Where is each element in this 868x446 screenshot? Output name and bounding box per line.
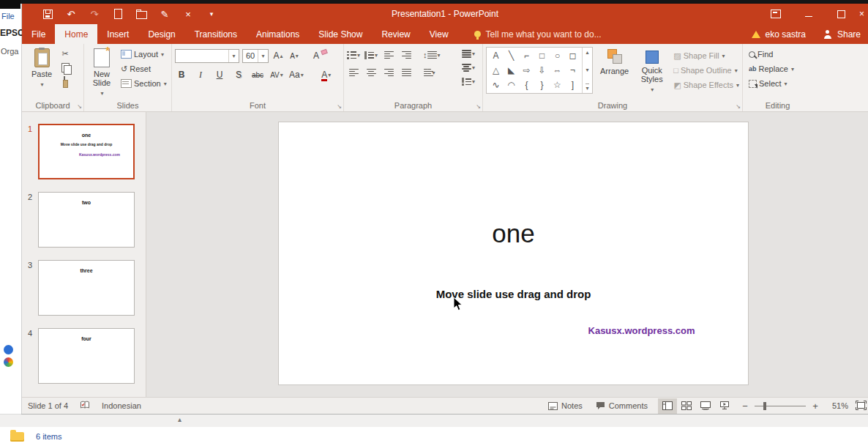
- notes-button[interactable]: Notes: [545, 398, 585, 415]
- align-right-button[interactable]: [382, 66, 395, 80]
- character-spacing-button[interactable]: AV▾: [270, 68, 283, 82]
- line-spacing-button[interactable]: ↕▾: [423, 48, 441, 62]
- numbering-button[interactable]: ▾: [364, 48, 378, 62]
- shape-right-triangle-icon[interactable]: ◣: [508, 65, 515, 75]
- slide-3-thumbnail[interactable]: three: [38, 260, 135, 316]
- zoom-out-button[interactable]: −: [741, 401, 749, 412]
- clipboard-dialog-launcher-icon[interactable]: ↘: [77, 104, 82, 110]
- font-name-combobox[interactable]: ▾: [175, 49, 239, 63]
- shape-rectangle-icon[interactable]: □: [539, 51, 545, 61]
- shape-rounded-rectangle-icon[interactable]: ◻: [569, 51, 577, 61]
- slide-show-button[interactable]: [715, 398, 734, 414]
- ribbon-display-options-button[interactable]: [759, 4, 792, 24]
- bullets-button[interactable]: ▾: [347, 48, 360, 62]
- zoom-in-button[interactable]: +: [812, 401, 819, 412]
- decrease-font-size-button[interactable]: A▾: [288, 49, 301, 63]
- layout-button[interactable]: Layout ▾: [121, 47, 167, 62]
- tab-insert[interactable]: Insert: [97, 24, 138, 44]
- clear-formatting-button[interactable]: A: [310, 49, 323, 63]
- scrollbar-up-icon[interactable]: ▴: [178, 415, 182, 423]
- slide-4-thumbnail[interactable]: four: [38, 328, 135, 384]
- tab-file[interactable]: File: [22, 24, 55, 44]
- shape-right-brace-icon[interactable]: }: [540, 80, 543, 90]
- draw-button[interactable]: ✎: [158, 7, 171, 21]
- minimize-button[interactable]: [792, 4, 825, 24]
- maximize-button[interactable]: [825, 4, 858, 24]
- font-size-dropdown-icon[interactable]: ▾: [258, 50, 268, 62]
- select-button[interactable]: Select ▾: [749, 76, 809, 91]
- bold-button[interactable]: B: [175, 68, 188, 82]
- tab-home[interactable]: Home: [55, 24, 97, 44]
- tab-design[interactable]: Design: [138, 24, 184, 44]
- font-dialog-launcher-icon[interactable]: ↘: [337, 104, 342, 110]
- font-name-dropdown-icon[interactable]: ▾: [228, 50, 239, 62]
- comments-button[interactable]: Comments: [593, 398, 651, 415]
- zoom-percentage[interactable]: 51%: [826, 401, 848, 410]
- drawing-dialog-launcher-icon[interactable]: ↘: [736, 104, 741, 110]
- paragraph-dialog-launcher-icon[interactable]: ↘: [476, 104, 481, 110]
- underline-button[interactable]: U: [213, 68, 226, 82]
- align-left-button[interactable]: [347, 66, 360, 80]
- justify-button[interactable]: [400, 66, 413, 80]
- shapes-gallery-scrollbar[interactable]: ▴ ▾ ▾: [582, 48, 592, 93]
- replace-button[interactable]: ab Replace ▾: [749, 62, 809, 76]
- align-center-button[interactable]: [364, 66, 378, 80]
- increase-indent-button[interactable]: [400, 48, 413, 62]
- account-name[interactable]: eko sastra: [766, 29, 806, 40]
- shape-effects-button[interactable]: ◩ Shape Effects ▾: [673, 78, 739, 92]
- save-button[interactable]: [41, 7, 54, 21]
- background-blue-app-icon[interactable]: [4, 345, 13, 354]
- shape-text-box-icon[interactable]: A: [493, 51, 498, 61]
- shape-triangle-icon[interactable]: △: [493, 65, 499, 75]
- tab-review[interactable]: Review: [372, 24, 419, 44]
- shape-scribble-icon[interactable]: ∿: [492, 80, 499, 90]
- slide-1-thumbnail[interactable]: one Move slide use drag and drop Kasusx.…: [38, 124, 135, 179]
- warning-icon[interactable]: [752, 31, 760, 38]
- undo-button[interactable]: ↶: [64, 7, 78, 21]
- new-slide-dropdown-icon[interactable]: ▾: [100, 89, 103, 98]
- close-presentation-button[interactable]: ×: [182, 7, 195, 21]
- background-scrollbar[interactable]: ▴: [0, 414, 868, 428]
- share-button[interactable]: Share: [837, 29, 861, 40]
- convert-smartart-button[interactable]: ▾: [462, 75, 475, 89]
- copy-button[interactable]: [59, 61, 72, 75]
- close-button[interactable]: ×: [858, 4, 868, 24]
- section-button[interactable]: Section ▾: [121, 76, 167, 91]
- find-button[interactable]: Find: [749, 47, 809, 62]
- spell-check-button[interactable]: [80, 401, 90, 411]
- tab-animations[interactable]: Animations: [247, 24, 309, 44]
- tab-view[interactable]: View: [420, 24, 458, 44]
- new-file-button[interactable]: [111, 7, 124, 21]
- language-button[interactable]: Indonesian: [102, 401, 141, 410]
- shape-elbow-connector-icon[interactable]: ⌐: [524, 51, 529, 61]
- shape-left-brace-icon[interactable]: {: [525, 80, 528, 90]
- italic-button[interactable]: I: [194, 68, 207, 82]
- text-direction-button[interactable]: ▾: [462, 47, 475, 61]
- shape-right-arrow-icon[interactable]: ⇨: [523, 65, 530, 75]
- quick-styles-dropdown-icon[interactable]: ▾: [651, 86, 654, 94]
- font-size-combobox[interactable]: 60 ▾: [242, 49, 269, 63]
- decrease-indent-button[interactable]: [382, 48, 395, 62]
- background-colorful-app-icon[interactable]: [4, 357, 13, 367]
- shape-bracket-icon[interactable]: ]: [572, 80, 574, 90]
- fit-slide-button[interactable]: [856, 401, 867, 412]
- customize-qat-button[interactable]: ▾: [205, 7, 218, 21]
- shape-corner-icon[interactable]: ¬: [570, 65, 575, 75]
- shapes-scroll-down-icon[interactable]: ▾: [585, 67, 588, 73]
- tab-transitions[interactable]: Transitions: [185, 24, 247, 44]
- slide-body-text[interactable]: Move slide use drag and drop: [279, 288, 748, 300]
- shape-oval-icon[interactable]: ○: [555, 51, 560, 61]
- paste-dropdown-icon[interactable]: ▾: [40, 81, 43, 89]
- increase-font-size-button[interactable]: A▴: [272, 49, 285, 63]
- shape-fill-button[interactable]: ▨ Shape Fill ▾: [673, 49, 739, 62]
- align-text-button[interactable]: ▾: [462, 61, 475, 75]
- zoom-slider[interactable]: [755, 406, 806, 406]
- slide-2-thumbnail[interactable]: two: [38, 192, 135, 248]
- reading-view-button[interactable]: [696, 398, 715, 414]
- slide-sorter-view-button[interactable]: [677, 398, 696, 414]
- shape-down-arrow-icon[interactable]: ⇩: [538, 65, 545, 75]
- tab-slide-show[interactable]: Slide Show: [309, 24, 372, 44]
- strikethrough-button[interactable]: abc: [251, 68, 264, 82]
- columns-button[interactable]: ▾: [423, 66, 436, 80]
- shape-double-arrow-icon[interactable]: ⇔: [553, 65, 562, 75]
